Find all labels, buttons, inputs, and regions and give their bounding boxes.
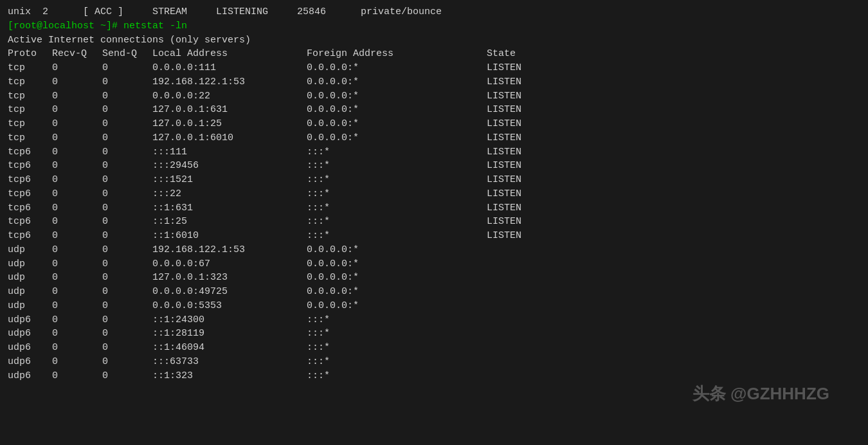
cell-local-address: 192.168.122.1:53 [152,75,307,89]
cell-local-address: 0.0.0.0:111 [152,61,307,75]
table-row: tcp00127.0.0.1:250.0.0.0:*LISTEN [8,117,521,131]
cell-recv-q: 0 [52,243,102,257]
cell-foreign-address: :::* [307,173,487,187]
table-row: tcp000.0.0.0:1110.0.0.0:*LISTEN [8,61,521,75]
cell-proto: tcp6 [8,159,52,173]
cell-state [487,313,521,327]
cell-foreign-address: 0.0.0.0:* [307,285,487,299]
cell-proto: udp6 [8,369,52,383]
cell-send-q: 0 [102,173,152,187]
cell-state [487,369,521,383]
cell-send-q: 0 [102,341,152,355]
active-connections-header: Active Internet connections (only server… [8,33,860,48]
cell-send-q: 0 [102,299,152,313]
table-row: udp600:::63733:::* [8,355,521,369]
cell-local-address: 127.0.0.1:323 [152,271,307,285]
cell-state: LISTEN [487,201,521,215]
cell-proto: tcp [8,131,52,145]
cell-local-address: 127.0.0.1:25 [152,117,307,131]
cell-local-address: ::1:25 [152,215,307,229]
cell-local-address: ::1:46094 [152,341,307,355]
cell-foreign-address: :::* [307,145,487,159]
cell-recv-q: 0 [52,75,102,89]
prev-line: unix 2 [ ACC ] STREAM LISTENING 25846 pr… [8,5,860,19]
cell-state: LISTEN [487,61,521,75]
col-header-send-q: Send-Q [102,47,152,61]
table-row: tcp600:::1521:::*LISTEN [8,173,521,187]
table-row: udp600::1:24300:::* [8,313,521,327]
col-header-state: State [487,47,521,61]
cell-proto: udp6 [8,355,52,369]
table-row: tcp600:::22:::*LISTEN [8,187,521,201]
cell-recv-q: 0 [52,103,102,117]
cell-recv-q: 0 [52,355,102,369]
cell-send-q: 0 [102,117,152,131]
col-header-recv-q: Recv-Q [52,47,102,61]
cell-send-q: 0 [102,257,152,271]
cell-recv-q: 0 [52,61,102,75]
cell-recv-q: 0 [52,299,102,313]
cell-state: LISTEN [487,173,521,187]
cell-foreign-address: 0.0.0.0:* [307,257,487,271]
cell-recv-q: 0 [52,201,102,215]
cell-local-address: 0.0.0.0:5353 [152,299,307,313]
table-row: tcp000.0.0.0:220.0.0.0:*LISTEN [8,89,521,104]
cell-recv-q: 0 [52,145,102,159]
cell-state [487,243,521,257]
cell-recv-q: 0 [52,117,102,131]
cell-local-address: :::1521 [152,173,307,187]
cell-state [487,327,521,341]
cell-send-q: 0 [102,131,152,145]
cell-foreign-address: :::* [307,159,487,173]
cell-foreign-address: 0.0.0.0:* [307,271,487,285]
col-header-foreign-address: Foreign Address [307,47,487,61]
cell-proto: tcp6 [8,173,52,187]
cell-foreign-address: 0.0.0.0:* [307,243,487,257]
cell-recv-q: 0 [52,215,102,229]
cell-send-q: 0 [102,159,152,173]
cell-local-address: ::1:6010 [152,229,307,243]
cell-recv-q: 0 [52,229,102,243]
cell-send-q: 0 [102,75,152,89]
cell-proto: udp [8,243,52,257]
cell-send-q: 0 [102,243,152,257]
cell-send-q: 0 [102,187,152,201]
cell-foreign-address: :::* [307,201,487,215]
cell-proto: tcp [8,117,52,131]
cell-proto: tcp6 [8,145,52,159]
cell-foreign-address: :::* [307,187,487,201]
table-row: tcp600::1:25:::*LISTEN [8,215,521,229]
cell-foreign-address: 0.0.0.0:* [307,103,487,117]
cell-recv-q: 0 [52,369,102,383]
cell-state [487,341,521,355]
table-row: udp00127.0.0.1:3230.0.0.0:* [8,271,521,285]
cell-recv-q: 0 [52,131,102,145]
cell-state [487,355,521,369]
cell-local-address: 0.0.0.0:22 [152,89,307,104]
cell-state: LISTEN [487,229,521,243]
cell-state: LISTEN [487,89,521,104]
cell-state: LISTEN [487,159,521,173]
cell-recv-q: 0 [52,159,102,173]
table-row: udp600::1:323:::* [8,369,521,383]
cell-local-address: 0.0.0.0:49725 [152,285,307,299]
cell-foreign-address: 0.0.0.0:* [307,75,487,89]
cell-recv-q: 0 [52,257,102,271]
cell-send-q: 0 [102,229,152,243]
cell-state: LISTEN [487,215,521,229]
cell-recv-q: 0 [52,89,102,104]
table-row: udp600::1:28119:::* [8,327,521,341]
cell-local-address: 192.168.122.1:53 [152,243,307,257]
cell-state [487,257,521,271]
cell-local-address: ::1:323 [152,369,307,383]
cell-foreign-address: 0.0.0.0:* [307,299,487,313]
table-row: udp600::1:46094:::* [8,341,521,355]
cell-recv-q: 0 [52,313,102,327]
cell-proto: tcp6 [8,215,52,229]
col-header-local-address: Local Address [152,47,307,61]
cell-local-address: 127.0.0.1:6010 [152,131,307,145]
table-row: udp000.0.0.0:670.0.0.0:* [8,257,521,271]
cell-send-q: 0 [102,355,152,369]
cell-local-address: ::1:28119 [152,327,307,341]
cell-foreign-address: 0.0.0.0:* [307,61,487,75]
